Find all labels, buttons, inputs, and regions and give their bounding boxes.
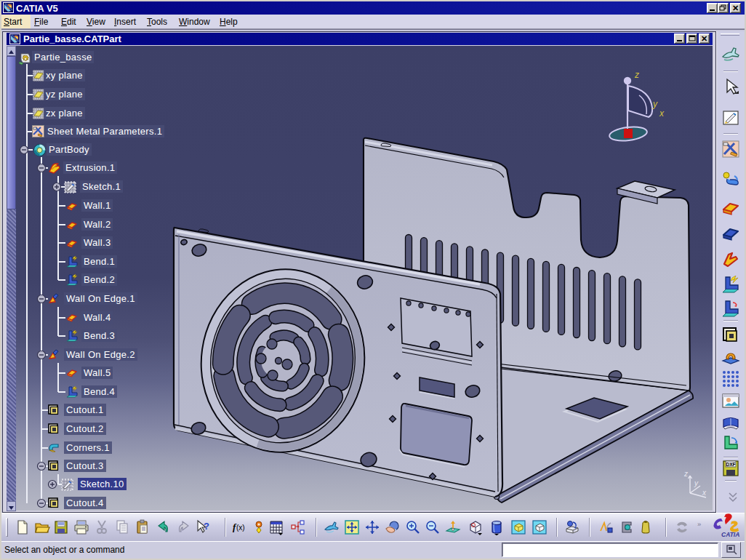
- svg-text:z: z: [634, 70, 639, 80]
- svg-text:z: z: [683, 470, 688, 478]
- svg-text:y: y: [694, 479, 699, 487]
- svg-text:DXF: DXF: [726, 462, 736, 467]
- svg-text:(x): (x): [236, 524, 245, 532]
- svg-text:x: x: [659, 108, 665, 119]
- svg-text:x: x: [702, 489, 707, 497]
- svg-text:?: ?: [204, 521, 209, 532]
- svg-text:»: »: [697, 520, 701, 528]
- svg-text:CATIA: CATIA: [721, 531, 739, 538]
- svg-text:y: y: [652, 99, 658, 109]
